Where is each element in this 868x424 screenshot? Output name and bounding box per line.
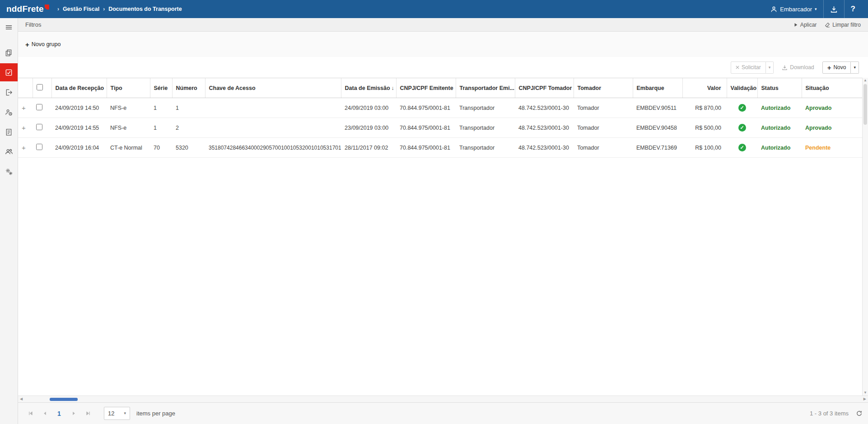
user-menu[interactable]: Embarcador ▾ — [764, 0, 823, 18]
horizontal-scroll-thumb[interactable] — [50, 398, 78, 401]
filters-panel: + Novo grupo — [18, 32, 868, 57]
solicitar-button[interactable]: Solicitar — [731, 61, 766, 74]
sidebar-menu-toggle[interactable] — [0, 18, 18, 36]
cell-cnpj-tomador: 48.742.523/0001-30 — [515, 138, 574, 158]
cell-validacao: ✓ — [727, 138, 757, 158]
sidebar-item-documents[interactable] — [0, 43, 18, 61]
last-page-button[interactable] — [81, 407, 95, 420]
situacao-text: Aprovado — [805, 125, 831, 131]
sidebar-item-export[interactable] — [0, 83, 18, 101]
column-header-tipo[interactable]: Tipo — [107, 78, 150, 98]
table-row[interactable]: + 24/09/2019 14:50 NFS-e 1 1 24/09/2019 … — [18, 98, 862, 118]
column-header-validacao[interactable]: Validação — [727, 78, 757, 98]
page-size-dropdown[interactable]: 12 ▾ — [104, 407, 130, 420]
new-group-label: Novo grupo — [32, 41, 61, 47]
situacao-text: Pendente — [805, 145, 831, 151]
user-clock-icon — [5, 108, 13, 116]
row-checkbox[interactable] — [36, 104, 42, 110]
sidebar-item-fiscal-documents[interactable] — [0, 63, 18, 81]
eraser-icon — [825, 22, 830, 28]
column-header-data-recepcao[interactable]: Data de Recepção — [51, 78, 107, 98]
apply-filter-button[interactable]: Aplicar — [793, 22, 817, 28]
sidebar-item-settings[interactable] — [0, 163, 18, 181]
cell-valor: R$ 870,00 — [682, 98, 727, 118]
column-header-transportador[interactable]: Transportador Emi... — [456, 78, 515, 98]
refresh-button[interactable] — [856, 410, 863, 417]
vertical-scroll-thumb[interactable] — [863, 84, 867, 125]
help-icon: ? — [851, 5, 855, 14]
breadcrumb-separator: › — [103, 6, 105, 12]
cell-validacao: ✓ — [727, 118, 757, 138]
scroll-right-icon[interactable]: ▶ — [863, 397, 866, 401]
cell-tomador: Tomador — [574, 98, 633, 118]
expand-row-icon[interactable]: + — [22, 124, 26, 132]
plus-icon: + — [25, 41, 29, 48]
download-button[interactable]: Download — [777, 61, 818, 74]
novo-split-button: + Novo ▾ — [822, 61, 859, 74]
table-row[interactable]: + 24/09/2019 16:04 CT-e Normal 70 5320 3… — [18, 138, 862, 158]
current-page-button[interactable]: 1 — [52, 407, 66, 420]
breadcrumb-separator: › — [57, 6, 59, 12]
vertical-scrollbar[interactable]: ▲ ▼ — [862, 78, 868, 396]
expand-cell: + — [18, 118, 33, 138]
table-body: + 24/09/2019 14:50 NFS-e 1 1 24/09/2019 … — [18, 98, 862, 158]
column-header-cnpj-emitente[interactable]: CNPJ/CPF Emitente — [396, 78, 456, 98]
downloads-button[interactable] — [824, 0, 844, 18]
previous-page-button[interactable] — [38, 407, 51, 420]
cell-numero: 5320 — [172, 138, 205, 158]
breadcrumb-documentos-transporte[interactable]: Documentos do Transporte — [108, 6, 182, 12]
column-header-cnpj-tomador[interactable]: CNPJ/CPF Tomador — [515, 78, 574, 98]
column-header-serie[interactable]: Série — [150, 78, 172, 98]
novo-dropdown-button[interactable]: ▾ — [851, 61, 859, 74]
table-row[interactable]: + 24/09/2019 14:55 NFS-e 1 2 23/09/2019 … — [18, 118, 862, 138]
help-button[interactable]: ? — [845, 0, 862, 18]
column-header-status[interactable]: Status — [757, 78, 802, 98]
row-checkbox[interactable] — [36, 144, 42, 150]
breadcrumb-gestao-fiscal[interactable]: Gestão Fiscal — [63, 6, 99, 12]
expand-row-icon[interactable]: + — [22, 104, 26, 112]
chevron-down-icon: ▾ — [815, 7, 817, 11]
sidebar-item-user-history[interactable] — [0, 103, 18, 121]
next-page-button[interactable] — [67, 407, 80, 420]
solicitar-dropdown-button[interactable]: ▾ — [766, 61, 774, 74]
novo-button[interactable]: + Novo — [822, 61, 851, 74]
cell-chave-acesso: 3518074284663400029057001001053200101053… — [205, 138, 341, 158]
logo-flag-icon — [45, 5, 49, 9]
solicitar-split-button: Solicitar ▾ — [731, 61, 774, 74]
column-header-chave[interactable]: Chave de Acesso — [205, 78, 341, 98]
sidebar-item-document-list[interactable] — [0, 123, 18, 141]
scroll-up-icon[interactable]: ▲ — [863, 79, 867, 82]
apply-filter-label: Aplicar — [800, 22, 817, 28]
select-all-checkbox[interactable] — [37, 84, 43, 90]
first-page-button[interactable] — [23, 407, 37, 420]
column-header-tomador[interactable]: Tomador — [574, 78, 633, 98]
cell-status: Autorizado — [757, 118, 802, 138]
column-header-data-emissao[interactable]: Data de Emissão↓ — [341, 78, 396, 98]
scroll-down-icon[interactable]: ▼ — [863, 391, 867, 395]
user-menu-label: Embarcador — [780, 6, 812, 13]
situacao-text: Aprovado — [805, 105, 831, 111]
select-all-header — [33, 78, 51, 98]
scroll-left-icon[interactable]: ◀ — [20, 397, 23, 401]
export-icon — [5, 89, 13, 96]
horizontal-scrollbar[interactable]: ◀ ▶ — [18, 396, 868, 402]
clear-filter-button[interactable]: Limpar filtro — [825, 22, 861, 28]
cell-cnpj-emitente: 70.844.975/0001-81 — [396, 138, 456, 158]
expand-row-icon[interactable]: + — [22, 144, 26, 151]
expand-cell: + — [18, 98, 33, 118]
column-header-numero[interactable]: Número — [172, 78, 205, 98]
solicitar-label: Solicitar — [742, 64, 761, 71]
column-header-valor[interactable]: Valor — [682, 78, 727, 98]
novo-label: Novo — [833, 64, 846, 71]
app-window: nddFrete › Gestão Fiscal › Documentos do… — [0, 0, 868, 424]
app-logo[interactable]: nddFrete — [6, 4, 49, 14]
cell-situacao: Pendente — [802, 138, 862, 158]
items-per-page-label: items per page — [136, 410, 175, 417]
download-icon — [830, 5, 838, 13]
validation-check-icon: ✓ — [738, 104, 746, 112]
column-header-situacao[interactable]: Situação — [802, 78, 862, 98]
new-group-button[interactable]: + Novo grupo — [25, 41, 61, 48]
row-checkbox[interactable] — [36, 124, 42, 130]
column-header-embarque[interactable]: Embarque — [633, 78, 682, 98]
sidebar-item-users[interactable] — [0, 143, 18, 161]
